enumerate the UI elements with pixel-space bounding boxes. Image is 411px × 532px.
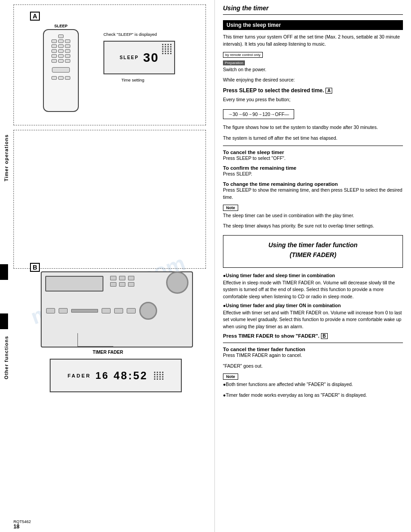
timer-fader-section: Using the timer fader function (TIMER FA… — [223, 235, 403, 268]
timer-fader-label: TIMER FADER — [86, 350, 130, 355]
remote-body — [43, 29, 79, 112]
stereo-bottom-btn-4 — [114, 308, 123, 313]
stereo-cd-slot — [71, 309, 98, 313]
remote-btn-r5-2 — [58, 59, 64, 63]
fader-text: FADER — [68, 373, 91, 378]
note2-text-2: ●Timer fader mode works everyday as long… — [223, 392, 403, 399]
check-sleep-label: Check "SLEEP" is displayed — [103, 32, 157, 37]
confirm-head: To confirm the remaining time — [223, 165, 403, 171]
black-square-1 — [0, 264, 8, 280]
left-panel: manualslib.com Timer operations Other fu… — [0, 0, 215, 532]
note-badge-2: Note — [223, 373, 238, 380]
while-enjoying-text: While enjoying the desired source: — [223, 77, 403, 84]
cancel-fader-head: To cancel the timer fader function — [223, 347, 403, 352]
remote-btn-r3-3 — [65, 49, 70, 53]
black-square-2 — [0, 313, 8, 329]
divider-2 — [223, 343, 403, 343]
section-a-label: A — [30, 12, 40, 21]
section-b-label: B — [30, 263, 40, 272]
note2-text-1: ●Both timer functions are affected while… — [223, 381, 403, 388]
main-title-box: Using the timer — [223, 4, 403, 15]
bullet-1: ●Using timer fader and sleep timer in co… — [223, 272, 403, 300]
stereo-sq-btn-3 — [128, 276, 134, 280]
fader-line-2 — [77, 346, 113, 347]
remote-btn-bot-3 — [65, 76, 70, 80]
remote-btn-r4-3 — [65, 54, 70, 58]
note-text-1: The sleep timer can be used in combinati… — [223, 212, 403, 219]
remote-btn-top — [58, 34, 64, 38]
bullet-2: ●Using timer fader and play timer ON in … — [223, 302, 403, 330]
stereo-bottom-btn-3 — [102, 308, 111, 313]
display-b-dots — [154, 372, 164, 380]
prep-text: Switch on the power. — [223, 67, 266, 72]
bullet-1-text: Effective in sleep mode with TIMER FADER… — [223, 280, 395, 300]
box-a-label: A — [325, 88, 332, 94]
confirm-text: Press SLEEP. — [223, 171, 403, 178]
cancel-sleep-head: To cancel the sleep timer — [223, 150, 403, 155]
divider-1 — [223, 146, 403, 146]
timer-fader-title: Using the timer fader function (TIMER FA… — [229, 240, 397, 260]
press-sleep-text: Press SLEEP to select the desired time. … — [223, 87, 403, 94]
display-grid-dots — [162, 44, 172, 54]
every-time-text: Every time you press the button; — [223, 96, 403, 103]
note-text-2: The sleep timer always has priority. Be … — [223, 223, 403, 230]
remote-btn-r3-2 — [58, 49, 64, 53]
remote-btn-r1-1 — [51, 39, 57, 43]
remote-btn-r2-3 — [65, 44, 70, 48]
bullet-2-text: Effective with timer set and with TIMER … — [223, 310, 402, 330]
sleep-timer-header: Using the sleep timer — [223, 20, 403, 30]
cancel-fader-text1: Press TIMER FADER again to cancel. — [223, 352, 403, 359]
sleep-timer-description: This timer turns your system OFF at the … — [223, 34, 403, 48]
stereo-screen — [45, 276, 103, 292]
stereo-sq-btn-2 — [119, 276, 125, 280]
press-fader-line: Press TIMER FADER to show "FADER". B — [223, 333, 403, 339]
display-b-value: FADER 16 48:52 — [51, 360, 181, 391]
flow-box: →30→60→90→120→OFF— — [223, 109, 294, 119]
remote-big-btn — [52, 67, 70, 73]
side-label-other-functions: Other functions — [4, 336, 9, 379]
stereo-sq-btn-6 — [128, 282, 134, 287]
remote-btn-r2-1 — [51, 44, 57, 48]
right-panel: Using the timer Using the sleep timer Th… — [215, 0, 411, 532]
remote-btn-r1-2 — [58, 39, 64, 43]
badge-prep: Preparation — [223, 60, 245, 65]
remote-btn-r3-1 — [51, 49, 57, 53]
figure-text-2: The system is turned off after the set t… — [223, 135, 403, 142]
note-badge-1: Note — [223, 205, 238, 211]
remote-btn-bot-2 — [58, 76, 64, 80]
bullet-2-head: ●Using timer fader and play timer ON in … — [223, 303, 341, 308]
cancel-sleep-text: Press SLEEP to select "OFF". — [223, 155, 403, 162]
figure-text-1: The figure shows how to set the system t… — [223, 124, 403, 131]
stereo-bottom-btn-1 — [46, 308, 55, 313]
main-title: Using the timer — [223, 4, 403, 12]
remote-btn-r5-3 — [65, 59, 70, 63]
stereo-bottom-btn-5 — [127, 308, 136, 313]
stereo-buttons-area — [110, 276, 134, 294]
remote-btn-r2-2 — [58, 44, 64, 48]
stereo-sq-btn-4 — [110, 282, 116, 287]
stereo-top — [42, 272, 192, 297]
section-a-box: A SLEEP — [13, 4, 206, 125]
display-b: FADER 16 48:52 — [50, 359, 182, 392]
display-b-time-val: 48:52 — [114, 369, 148, 382]
remote-btn-bot-1 — [51, 76, 57, 80]
side-label-timer-operations: Timer operations — [4, 134, 9, 181]
remote-btn-r4-1 — [51, 54, 57, 58]
stereo-knob — [166, 271, 188, 294]
change-head: To change the time remaining during oper… — [223, 181, 403, 187]
display-a-value: SLEEP 30 — [104, 42, 174, 73]
stereo-sq-btn-1 — [110, 276, 116, 280]
display-a: SLEEP 30 — [103, 41, 175, 74]
stereo-sq-btn-5 — [119, 282, 125, 287]
stereo-knob-2 — [139, 302, 157, 320]
fader-line-1 — [77, 333, 78, 347]
stereo-bottom-btn-2 — [59, 308, 68, 313]
box-b-label: B — [321, 333, 328, 339]
cancel-fader-text2: "FADER" goes out. — [223, 363, 403, 370]
stereo-bottom-area — [42, 300, 192, 322]
remote-illustration: SLEEP — [41, 23, 81, 112]
display-b-time-num: 16 — [95, 370, 109, 382]
badge-remote-only: by remote control only — [223, 52, 263, 58]
page-number: 18 — [13, 523, 19, 530]
stereo-unit — [41, 271, 193, 348]
